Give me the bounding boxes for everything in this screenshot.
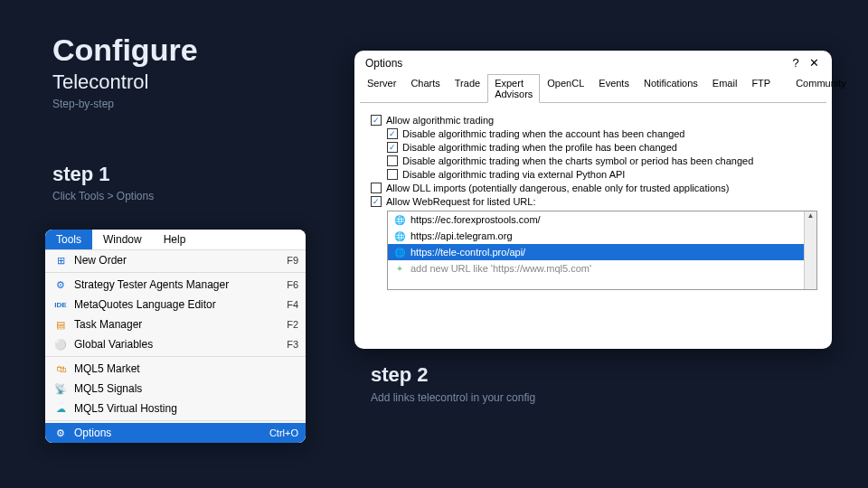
check-label: Disable algorithmic trading when the pro…: [402, 142, 677, 153]
step1-subtitle: Click Tools > Options: [52, 190, 154, 202]
menu-item-label: Task Manager: [74, 318, 287, 331]
globe-icon: 🌐: [393, 246, 406, 258]
menu-item-label: MQL5 Virtual Hosting: [74, 402, 298, 415]
url-scrollbar[interactable]: ▲: [804, 211, 816, 289]
menu-item-global-vars[interactable]: ⚪ Global Variables F3: [45, 334, 306, 354]
tab-community[interactable]: Community: [788, 74, 854, 103]
checkbox-icon: [387, 142, 398, 153]
task-manager-icon: ▤: [52, 317, 69, 332]
tab-expert-advisors[interactable]: Expert Advisors: [487, 74, 540, 103]
menu-item-label: MQL5 Market: [74, 362, 298, 375]
help-button[interactable]: ?: [787, 56, 805, 70]
tab-ftp[interactable]: FTP: [744, 74, 778, 103]
menu-item-label: Global Variables: [74, 338, 287, 351]
tools-menu-panel: Tools Window Help ⊞ New Order F9 ⚙ Strat…: [45, 230, 306, 443]
check-label: Disable algorithmic trading via external…: [402, 169, 625, 180]
menu-item-mql5-signals[interactable]: 📡 MQL5 Signals: [45, 379, 306, 399]
tab-notifications[interactable]: Notifications: [637, 74, 705, 103]
check-label: Allow DLL imports (potentially dangerous…: [386, 183, 729, 193]
check-disable-account[interactable]: Disable algorithmic trading when the acc…: [387, 128, 817, 139]
menu-item-shortcut: F2: [287, 319, 298, 330]
menu-item-strategy-tester[interactable]: ⚙ Strategy Tester Agents Manager F6: [45, 275, 306, 295]
market-icon: 🛍: [52, 361, 69, 376]
menu-item-shortcut: F6: [287, 279, 298, 290]
dialog-tabs: Server Charts Trade Expert Advisors Open…: [360, 73, 826, 103]
check-label: Disable algorithmic trading when the cha…: [402, 155, 753, 166]
gear-icon: ⚙: [52, 277, 69, 292]
menu-separator: [45, 272, 306, 273]
cloud-icon: ☁: [52, 401, 69, 416]
globe-icon: 🌐: [393, 213, 406, 226]
url-row[interactable]: 🌐 https://ec.forexprostools.com/: [388, 211, 816, 228]
checkbox-icon: [371, 196, 382, 207]
menu-item-shortcut: F9: [287, 255, 298, 266]
dialog-titlebar: Options ? ✕: [354, 51, 832, 73]
menu-item-mql5-market[interactable]: 🛍 MQL5 Market: [45, 359, 306, 379]
menu-separator: [45, 420, 306, 421]
step2-title: step 2: [371, 363, 429, 387]
menu-item-label: Strategy Tester Agents Manager: [74, 278, 287, 291]
ide-icon: IDE: [52, 297, 69, 312]
url-text: https://tele-control.pro/api/: [410, 247, 525, 258]
menu-item-new-order[interactable]: ⊞ New Order F9: [45, 250, 306, 270]
menu-item-label: Options: [74, 427, 269, 439]
options-gear-icon: ⚙: [52, 426, 69, 440]
check-allow-dll[interactable]: Allow DLL imports (potentially dangerous…: [371, 183, 817, 193]
menu-item-shortcut: Ctrl+O: [269, 427, 298, 438]
tab-events[interactable]: Events: [591, 74, 637, 103]
menu-item-shortcut: F3: [287, 339, 298, 350]
global-vars-icon: ⚪: [52, 337, 69, 352]
step1-title: step 1: [52, 163, 110, 186]
tools-menu-list: ⊞ New Order F9 ⚙ Strategy Tester Agents …: [45, 249, 306, 443]
url-row-add[interactable]: ＋ add new URL like 'https://www.mql5.com…: [388, 260, 816, 277]
check-allow-webrequest[interactable]: Allow WebRequest for listed URL:: [371, 196, 817, 207]
plus-box-icon: ⊞: [52, 253, 69, 267]
menubar-help[interactable]: Help: [153, 230, 197, 249]
step2-subtitle: Add links telecontrol in your config: [371, 390, 535, 406]
tab-opencl[interactable]: OpenCL: [540, 74, 591, 103]
dialog-title: Options: [365, 57, 787, 70]
menu-item-shortcut: F4: [287, 299, 298, 310]
tab-email[interactable]: Email: [705, 74, 745, 103]
options-dialog: Options ? ✕ Server Charts Trade Expert A…: [354, 51, 832, 349]
check-label: Allow algorithmic trading: [386, 115, 494, 126]
menu-separator: [45, 356, 306, 357]
menu-item-mql5-hosting[interactable]: ☁ MQL5 Virtual Hosting: [45, 399, 306, 418]
checkbox-icon: [371, 115, 382, 126]
tab-charts[interactable]: Charts: [403, 74, 447, 103]
url-row-selected[interactable]: 🌐 https://tele-control.pro/api/: [388, 244, 816, 260]
tab-server[interactable]: Server: [360, 74, 403, 103]
check-disable-symbol[interactable]: Disable algorithmic trading when the cha…: [387, 155, 817, 166]
url-list: 🌐 https://ec.forexprostools.com/ 🌐 https…: [387, 211, 817, 290]
menu-item-options[interactable]: ⚙ Options Ctrl+O: [45, 423, 306, 443]
check-disable-profile[interactable]: Disable algorithmic trading when the pro…: [387, 142, 817, 153]
menu-item-label: MetaQuotes Language Editor: [74, 298, 287, 311]
page-title: Configure: [52, 33, 198, 68]
tab-trade[interactable]: Trade: [448, 74, 487, 103]
menu-item-label: New Order: [74, 254, 287, 267]
url-text: https://ec.forexprostools.com/: [410, 214, 541, 225]
page-tagline: Step-by-step: [52, 98, 114, 110]
menu-item-label: MQL5 Signals: [74, 382, 298, 395]
globe-icon: 🌐: [393, 230, 406, 242]
checkbox-icon: [371, 183, 382, 193]
checkbox-icon: [387, 169, 398, 180]
url-text: add new URL like 'https://www.mql5.com': [410, 263, 591, 274]
dialog-body: Allow algorithmic trading Disable algori…: [354, 103, 832, 299]
plus-icon: ＋: [393, 262, 406, 275]
menubar-window[interactable]: Window: [92, 230, 153, 249]
menubar: Tools Window Help: [45, 230, 306, 249]
page-subtitle: Telecontrol: [52, 70, 148, 94]
check-label: Disable algorithmic trading when the acc…: [402, 128, 684, 139]
check-label: Allow WebRequest for listed URL:: [386, 196, 535, 207]
menu-item-task-manager[interactable]: ▤ Task Manager F2: [45, 314, 306, 334]
menu-item-mq-editor[interactable]: IDE MetaQuotes Language Editor F4: [45, 295, 306, 314]
menubar-tools[interactable]: Tools: [45, 230, 92, 249]
close-button[interactable]: ✕: [805, 56, 823, 70]
url-text: https://api.telegram.org: [410, 230, 513, 241]
check-allow-algo[interactable]: Allow algorithmic trading: [371, 115, 817, 126]
url-row[interactable]: 🌐 https://api.telegram.org: [388, 228, 816, 244]
scroll-up-icon: ▲: [805, 211, 816, 224]
checkbox-icon: [387, 155, 398, 166]
check-disable-python[interactable]: Disable algorithmic trading via external…: [387, 169, 817, 180]
